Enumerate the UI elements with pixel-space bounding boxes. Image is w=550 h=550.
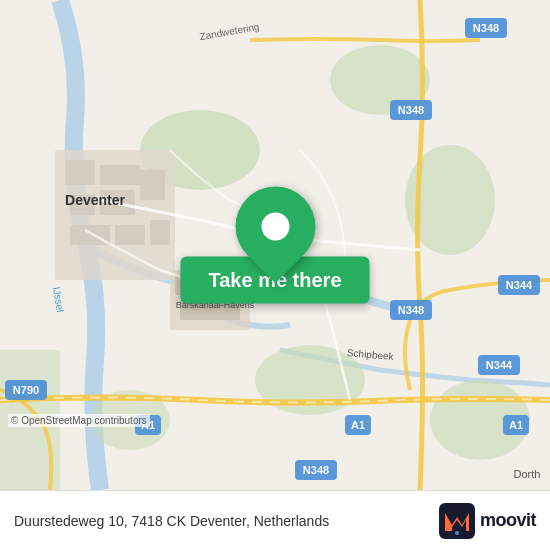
svg-rect-16	[150, 220, 170, 245]
svg-point-48	[455, 531, 459, 535]
moovit-text: moovit	[480, 510, 536, 531]
moovit-logo-icon: moovit	[439, 503, 536, 539]
address-text: Duurstedeweg 10, 7418 CK Deventer, Nethe…	[14, 513, 329, 529]
svg-text:N348: N348	[303, 464, 329, 476]
svg-text:N348: N348	[398, 104, 424, 116]
svg-text:N348: N348	[473, 22, 499, 34]
svg-text:Dorth: Dorth	[514, 468, 541, 480]
map-container: N348 N348 N348 N348 N344 N344 N790 A1 A1…	[0, 0, 550, 490]
bottom-bar: Duurstedeweg 10, 7418 CK Deventer, Nethe…	[0, 490, 550, 550]
svg-rect-10	[100, 165, 140, 185]
svg-text:A1: A1	[351, 419, 365, 431]
svg-text:N348: N348	[398, 304, 424, 316]
svg-text:Deventer: Deventer	[65, 192, 125, 208]
svg-text:N790: N790	[13, 384, 39, 396]
svg-rect-15	[115, 225, 145, 245]
take-me-there-button[interactable]: Take me there	[180, 187, 369, 304]
svg-rect-9	[65, 160, 95, 185]
svg-text:N344: N344	[486, 359, 513, 371]
moovit-svg-icon	[439, 503, 475, 539]
osm-credit: © OpenStreetMap contributors	[8, 414, 150, 427]
svg-rect-13	[140, 170, 165, 200]
svg-text:A1: A1	[509, 419, 523, 431]
svg-text:N344: N344	[506, 279, 533, 291]
